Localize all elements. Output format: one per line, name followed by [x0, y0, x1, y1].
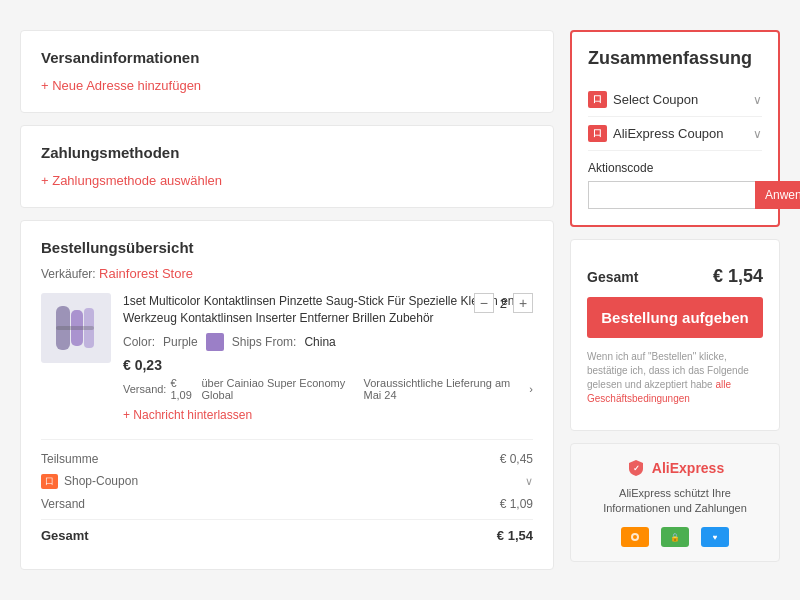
- left-panel: Versandinformationen + Neue Adresse hinz…: [20, 30, 554, 570]
- security-icon-1: [621, 527, 649, 547]
- summary-card: Zusammenfassung 口 Select Coupon ∨ 口 AliE…: [570, 30, 780, 227]
- summary-title: Zusammenfassung: [588, 48, 762, 69]
- shield-icon: ✓: [626, 458, 646, 478]
- totals-divider: [41, 519, 533, 520]
- coupon-label: Shop-Coupon: [64, 474, 138, 488]
- promo-input[interactable]: [588, 181, 755, 209]
- select-coupon-badge: 口: [588, 91, 607, 108]
- summary-total-section: Gesamt € 1,54: [587, 252, 763, 297]
- ali-logo-row: ✓ AliExpress: [585, 458, 765, 478]
- qty-number: 2: [500, 296, 507, 311]
- right-panel: Zusammenfassung 口 Select Coupon ∨ 口 AliE…: [570, 30, 780, 570]
- coupon-row-left: 口 Shop-Coupon: [41, 474, 138, 489]
- promo-code-section: Aktionscode Anwenden: [588, 161, 762, 209]
- svg-rect-3: [56, 326, 94, 330]
- grand-total-value: € 1,54: [497, 528, 533, 543]
- subtotal-row: Teilsumme € 0,45: [41, 452, 533, 466]
- color-label: Color:: [123, 335, 155, 349]
- order-section: Bestellungsübersicht Verkäufer: Rainfore…: [20, 220, 554, 570]
- place-order-btn[interactable]: Bestellung aufgeben: [587, 297, 763, 338]
- seller-label: Verkäufer: Rainforest Store: [41, 266, 533, 281]
- product-price: € 0,23: [123, 357, 533, 373]
- add-address-link[interactable]: + Neue Adresse hinzufügen: [41, 78, 201, 93]
- shipping-row: Versand € 1,09: [41, 497, 533, 511]
- ali-brand: AliExpress: [652, 460, 724, 476]
- order-totals: Teilsumme € 0,45 口 Shop-Coupon ∨ Versand…: [41, 439, 533, 543]
- select-coupon-chevron: ∨: [753, 93, 762, 107]
- subtotal-label: Teilsumme: [41, 452, 98, 466]
- grand-total-label: Gesamt: [41, 528, 89, 543]
- svg-point-7: [633, 535, 637, 539]
- color-swatch: [206, 333, 224, 351]
- terms-text: Wenn ich auf "Bestellen" klicke, bestäti…: [587, 350, 763, 406]
- seller-name[interactable]: Rainforest Store: [99, 266, 193, 281]
- product-row-inner: − 2 + 1set Multicolor Kontaktlinsen Pinz…: [123, 293, 533, 423]
- select-coupon-row[interactable]: 口 Select Coupon ∨: [588, 83, 762, 117]
- aliexpress-coupon-row[interactable]: 口 AliExpress Coupon ∨: [588, 117, 762, 151]
- add-payment-link[interactable]: + Zahlungsmethode auswählen: [41, 173, 222, 188]
- shipping-title: Versandinformationen: [41, 49, 533, 66]
- shop-coupon-badge: 口: [41, 474, 58, 489]
- security-icons-row: 🔒 ♥: [585, 527, 765, 547]
- promo-input-row: Anwenden: [588, 181, 762, 209]
- product-meta: Color: Purple Ships From: China: [123, 333, 533, 351]
- subtotal-value: € 0,45: [500, 452, 533, 466]
- color-value: Purple: [163, 335, 198, 349]
- coupon-row[interactable]: 口 Shop-Coupon ∨: [41, 474, 533, 489]
- aliexpress-coupon-chevron: ∨: [753, 127, 762, 141]
- shipping-info: Versand: € 1,09 über Cainiao Super Econo…: [123, 377, 533, 401]
- svg-text:✓: ✓: [632, 464, 639, 473]
- promo-apply-btn[interactable]: Anwenden: [755, 181, 800, 209]
- page-container: Versandinformationen + Neue Adresse hinz…: [20, 20, 780, 570]
- ships-from-value: China: [304, 335, 335, 349]
- note-link[interactable]: + Nachricht hinterlassen: [123, 408, 252, 422]
- svg-text:🔒: 🔒: [670, 532, 680, 542]
- grand-total-row: Gesamt € 1,54: [41, 528, 533, 543]
- security-icon-2: 🔒: [661, 527, 689, 547]
- promo-label: Aktionscode: [588, 161, 762, 175]
- order-title: Bestellungsübersicht: [41, 239, 533, 256]
- coupon-dropdown-arrow: ∨: [525, 475, 533, 488]
- select-coupon-left: 口 Select Coupon: [588, 91, 698, 108]
- shipping-section: Versandinformationen + Neue Adresse hinz…: [20, 30, 554, 113]
- select-coupon-label: Select Coupon: [613, 92, 698, 107]
- shipping-row-label: Versand: [41, 497, 85, 511]
- payment-title: Zahlungsmethoden: [41, 144, 533, 161]
- aliexpress-coupon-left: 口 AliExpress Coupon: [588, 125, 724, 142]
- summary-total-amount: € 1,54: [713, 266, 763, 287]
- qty-decrease-btn[interactable]: −: [474, 293, 494, 313]
- payment-section: Zahlungsmethoden + Zahlungsmethode auswä…: [20, 125, 554, 208]
- product-row: − 2 + 1set Multicolor Kontaktlinsen Pinz…: [41, 293, 533, 423]
- delivery-arrow: ›: [529, 383, 533, 395]
- product-image: [41, 293, 111, 363]
- security-icon-3: ♥: [701, 527, 729, 547]
- aliexpress-coupon-label: AliExpress Coupon: [613, 126, 724, 141]
- summary-total-label: Gesamt: [587, 269, 638, 285]
- product-title: 1set Multicolor Kontaktlinsen Pinzette S…: [123, 293, 533, 327]
- ships-from-label: Ships From:: [232, 335, 297, 349]
- aliexpress-coupon-badge: 口: [588, 125, 607, 142]
- security-card: ✓ AliExpress AliExpress schützt Ihre Inf…: [570, 443, 780, 562]
- svg-text:♥: ♥: [713, 533, 718, 542]
- qty-wrapper: − 2 +: [474, 293, 533, 313]
- security-desc: AliExpress schützt Ihre Informationen un…: [585, 486, 765, 517]
- qty-increase-btn[interactable]: +: [513, 293, 533, 313]
- shipping-row-value: € 1,09: [500, 497, 533, 511]
